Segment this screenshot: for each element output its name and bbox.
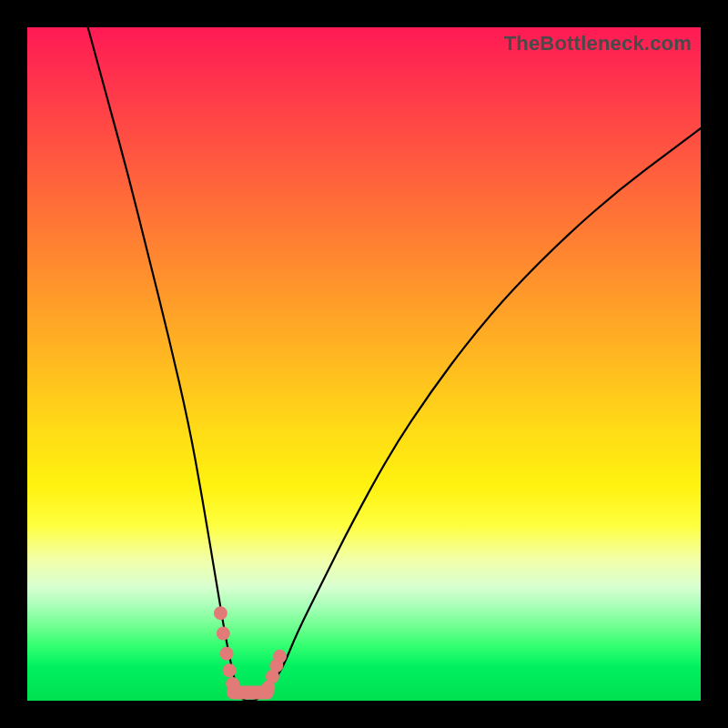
bottleneck-curve (88, 27, 701, 701)
optimal-zone-marker (214, 606, 287, 693)
svg-point-2 (220, 647, 234, 661)
chart-frame: TheBottleneck.com (0, 0, 728, 728)
svg-point-0 (214, 606, 228, 620)
svg-point-3 (223, 663, 237, 677)
chart-svg (27, 27, 701, 701)
watermark-label: TheBottleneck.com (504, 32, 692, 56)
svg-point-8 (273, 650, 287, 663)
plot-area: TheBottleneck.com (27, 27, 701, 701)
svg-point-1 (217, 627, 230, 641)
